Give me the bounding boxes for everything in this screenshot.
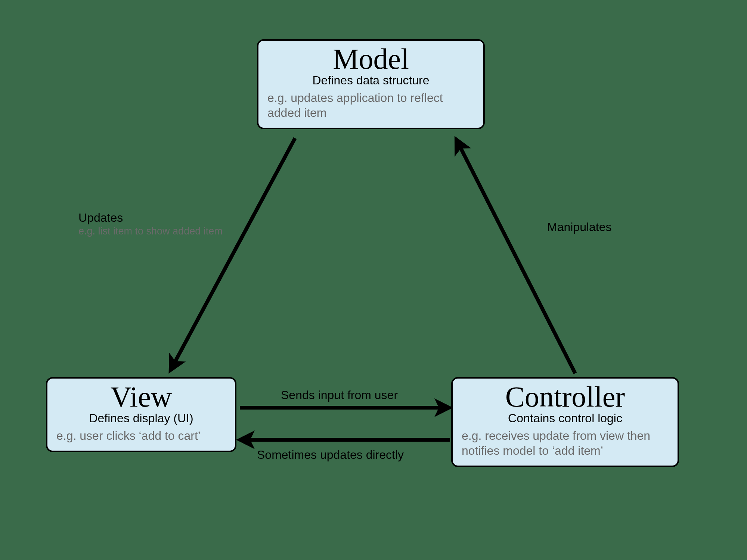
edge-manipulates-text: Manipulates: [547, 220, 612, 234]
edge-updates-text: Updates: [78, 211, 123, 224]
edge-label-manipulates: Manipulates: [547, 220, 612, 234]
view-example: e.g. user clicks ‘add to cart’: [56, 428, 226, 443]
edge-label-sometimes-updates: Sometimes updates directly: [257, 448, 404, 462]
node-model: Model Defines data structure e.g. update…: [257, 39, 485, 129]
controller-example: e.g. receives update from view then noti…: [462, 428, 669, 458]
controller-subtitle: Contains control logic: [462, 411, 669, 425]
edge-label-updates: Updates e.g. list item to show added ite…: [78, 211, 223, 237]
svg-line-2: [458, 142, 575, 373]
view-subtitle: Defines display (UI): [56, 411, 226, 425]
edge-sometimes-updates-text: Sometimes updates directly: [257, 448, 404, 461]
controller-title: Controller: [462, 382, 669, 412]
edge-label-sends-input: Sends input from user: [281, 388, 398, 402]
edge-sends-input-text: Sends input from user: [281, 388, 398, 402]
model-subtitle: Defines data structure: [267, 74, 474, 87]
svg-line-1: [172, 138, 295, 368]
view-title: View: [56, 382, 226, 412]
model-example: e.g. updates application to reflect adde…: [267, 90, 474, 120]
model-title: Model: [267, 44, 474, 74]
edge-updates-subtext: e.g. list item to show added item: [78, 225, 223, 237]
node-view: View Defines display (UI) e.g. user clic…: [46, 377, 236, 452]
node-controller: Controller Contains control logic e.g. r…: [451, 377, 679, 467]
